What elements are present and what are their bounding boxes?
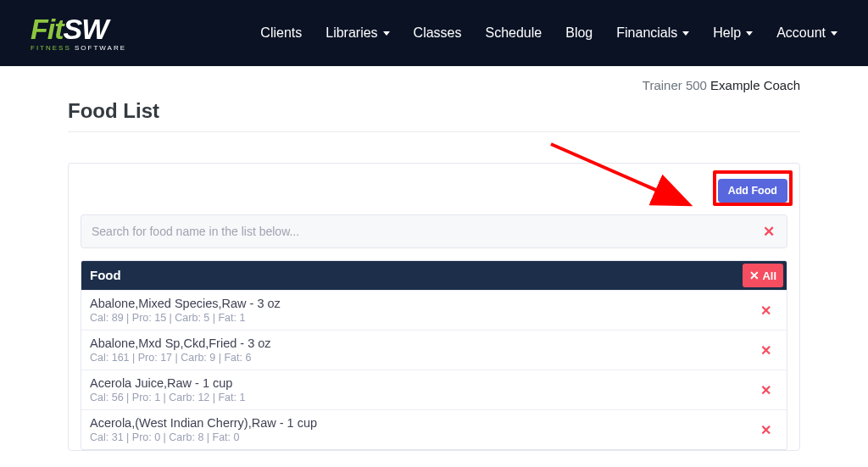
food-name: Acerola,(West Indian Cherry),Raw - 1 cup [90,416,754,430]
delete-row-icon[interactable]: ✕ [754,422,778,438]
nav-schedule[interactable]: Schedule [486,25,542,41]
nav-libraries[interactable]: Libraries [326,25,389,41]
food-cell: Abalone,Mxd Sp,Ckd,Fried - 3 oz Cal: 161… [90,336,754,364]
delete-row-icon[interactable]: ✕ [754,382,778,398]
logo-tagline: FITNESS SOFTWARE [31,45,126,52]
table-row[interactable]: Acerola Juice,Raw - 1 cup Cal: 56 | Pro:… [81,370,787,409]
delete-row-icon[interactable]: ✕ [754,303,778,319]
trainer-info: Trainer 500 Example Coach [68,78,800,92]
food-macros: Cal: 56 | Pro: 1 | Carb: 12 | Fat: 1 [90,392,754,403]
logo-main: FitSW [31,14,126,43]
add-food-button[interactable]: Add Food [718,179,787,203]
food-table: Food ✕ All Abalone,Mixed Species,Raw - 3… [81,260,787,450]
chevron-down-icon [746,31,753,36]
trainer-name: Example Coach [710,78,800,92]
delete-all-button[interactable]: ✕ All [743,264,783,287]
table-row[interactable]: Acerola,(West Indian Cherry),Raw - 1 cup… [81,409,787,449]
add-food-wrap: Add Food [81,179,787,203]
table-row[interactable]: Abalone,Mxd Sp,Ckd,Fried - 3 oz Cal: 161… [81,330,787,370]
nav-links: Clients Libraries Classes Schedule Blog … [260,25,837,41]
delete-row-icon[interactable]: ✕ [754,342,778,359]
search-input[interactable] [81,215,751,247]
navbar: FitSW FITNESS SOFTWARE Clients Libraries… [0,0,868,66]
food-cell: Acerola,(West Indian Cherry),Raw - 1 cup… [90,416,754,443]
nav-account[interactable]: Account [776,25,837,41]
nav-clients[interactable]: Clients [260,25,302,41]
chevron-down-icon [383,31,390,36]
chevron-down-icon [831,31,837,36]
nav-classes[interactable]: Classes [414,25,462,41]
page-body: Trainer 500 Example Coach Food List Add … [0,66,868,451]
food-macros: Cal: 89 | Pro: 15 | Carb: 5 | Fat: 1 [90,312,754,324]
food-cell: Abalone,Mixed Species,Raw - 3 oz Cal: 89… [90,297,754,324]
nav-help[interactable]: Help [713,25,753,41]
food-name: Abalone,Mixed Species,Raw - 3 oz [90,297,754,310]
table-header: Food ✕ All [81,261,787,290]
food-card: Add Food ✕ Food ✕ All Abalone,Mixed Spec… [68,163,800,451]
delete-all-label: All [762,270,776,282]
table-row[interactable]: Abalone,Mixed Species,Raw - 3 oz Cal: 89… [81,290,787,330]
nav-blog[interactable]: Blog [565,25,593,41]
logo[interactable]: FitSW FITNESS SOFTWARE [31,14,126,52]
nav-financials[interactable]: Financials [616,25,689,41]
page-title: Food List [68,99,800,132]
close-icon: ✕ [749,269,760,282]
food-name: Acerola Juice,Raw - 1 cup [90,376,754,390]
chevron-down-icon [682,31,689,36]
food-name: Abalone,Mxd Sp,Ckd,Fried - 3 oz [90,336,754,350]
search-row: ✕ [81,214,787,248]
food-cell: Acerola Juice,Raw - 1 cup Cal: 56 | Pro:… [90,376,754,403]
clear-search-icon[interactable]: ✕ [751,223,787,241]
food-macros: Cal: 161 | Pro: 17 | Carb: 9 | Fat: 6 [90,352,754,364]
food-macros: Cal: 31 | Pro: 0 | Carb: 8 | Fat: 0 [90,431,754,443]
trainer-prefix: Trainer 500 [643,78,707,92]
col-header-food: Food [81,261,739,290]
